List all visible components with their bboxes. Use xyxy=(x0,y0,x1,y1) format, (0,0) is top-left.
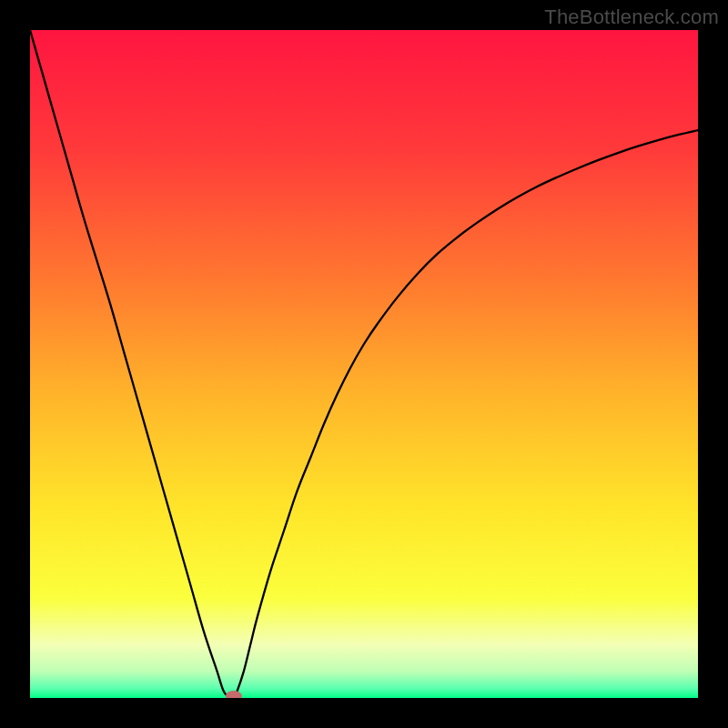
watermark-text: TheBottleneck.com xyxy=(544,5,719,29)
background-gradient xyxy=(30,30,698,698)
bottleneck-chart: TheBottleneck.com xyxy=(0,0,728,728)
chart-svg xyxy=(30,30,698,698)
plot-area xyxy=(30,30,698,698)
